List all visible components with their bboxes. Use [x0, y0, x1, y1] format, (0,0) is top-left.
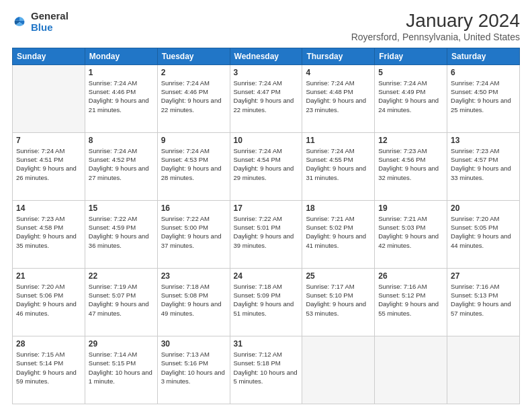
day-detail: Sunrise: 7:14 AM Sunset: 5:15 PM Dayligh…	[89, 350, 154, 385]
day-cell	[302, 336, 375, 404]
day-cell: 27Sunrise: 7:16 AM Sunset: 5:13 PM Dayli…	[447, 268, 520, 336]
day-number: 8	[89, 136, 154, 145]
day-detail: Sunrise: 7:18 AM Sunset: 5:08 PM Dayligh…	[161, 282, 226, 318]
day-detail: Sunrise: 7:23 AM Sunset: 4:57 PM Dayligh…	[451, 146, 516, 182]
day-detail: Sunrise: 7:24 AM Sunset: 4:46 PM Dayligh…	[89, 79, 154, 114]
day-detail: Sunrise: 7:21 AM Sunset: 5:03 PM Dayligh…	[378, 214, 443, 250]
page-title: January 2024	[351, 11, 520, 32]
day-detail: Sunrise: 7:12 AM Sunset: 5:18 PM Dayligh…	[234, 350, 299, 385]
day-number: 23	[161, 271, 226, 281]
day-cell: 18Sunrise: 7:21 AM Sunset: 5:02 PM Dayli…	[302, 200, 375, 268]
day-number: 3	[234, 68, 299, 77]
day-detail: Sunrise: 7:13 AM Sunset: 5:16 PM Dayligh…	[161, 350, 226, 385]
day-cell	[13, 64, 85, 132]
day-number: 9	[161, 136, 226, 145]
day-detail: Sunrise: 7:24 AM Sunset: 4:48 PM Dayligh…	[306, 79, 371, 114]
day-detail: Sunrise: 7:24 AM Sunset: 4:46 PM Dayligh…	[161, 79, 226, 114]
day-cell: 11Sunrise: 7:24 AM Sunset: 4:55 PM Dayli…	[302, 132, 375, 200]
day-number: 20	[451, 203, 516, 213]
day-number: 14	[16, 203, 81, 213]
day-number: 10	[234, 136, 299, 145]
day-detail: Sunrise: 7:24 AM Sunset: 4:50 PM Dayligh…	[451, 79, 516, 114]
day-number: 25	[306, 271, 371, 281]
day-number: 28	[16, 339, 81, 349]
day-cell	[447, 336, 520, 404]
day-detail: Sunrise: 7:24 AM Sunset: 4:53 PM Dayligh…	[161, 146, 226, 182]
day-number: 31	[234, 339, 299, 349]
header-thursday: Thursday	[302, 48, 375, 64]
header-sunday: Sunday	[13, 48, 85, 64]
logo-general: General	[31, 11, 69, 22]
header-row: Sunday Monday Tuesday Wednesday Thursday…	[13, 48, 520, 64]
week-row-4: 21Sunrise: 7:20 AM Sunset: 5:06 PM Dayli…	[13, 268, 520, 336]
day-cell: 13Sunrise: 7:23 AM Sunset: 4:57 PM Dayli…	[447, 132, 520, 200]
day-number: 30	[161, 339, 226, 349]
day-detail: Sunrise: 7:22 AM Sunset: 5:01 PM Dayligh…	[234, 214, 299, 250]
logo-text: General Blue	[31, 11, 69, 33]
day-number: 19	[378, 203, 443, 213]
day-detail: Sunrise: 7:24 AM Sunset: 4:47 PM Dayligh…	[234, 79, 299, 114]
day-cell	[375, 336, 447, 404]
day-detail: Sunrise: 7:16 AM Sunset: 5:13 PM Dayligh…	[451, 282, 516, 318]
day-detail: Sunrise: 7:15 AM Sunset: 5:14 PM Dayligh…	[16, 350, 81, 385]
day-detail: Sunrise: 7:23 AM Sunset: 4:56 PM Dayligh…	[378, 146, 443, 182]
day-cell: 15Sunrise: 7:22 AM Sunset: 4:59 PM Dayli…	[85, 200, 157, 268]
day-number: 4	[306, 68, 371, 77]
day-cell: 29Sunrise: 7:14 AM Sunset: 5:15 PM Dayli…	[85, 336, 157, 404]
day-detail: Sunrise: 7:20 AM Sunset: 5:06 PM Dayligh…	[16, 282, 81, 318]
day-detail: Sunrise: 7:24 AM Sunset: 4:55 PM Dayligh…	[306, 146, 371, 182]
logo-icon	[12, 15, 27, 30]
day-number: 12	[378, 136, 443, 145]
logo: General Blue	[12, 11, 69, 33]
day-detail: Sunrise: 7:23 AM Sunset: 4:58 PM Dayligh…	[16, 214, 81, 250]
day-cell: 26Sunrise: 7:16 AM Sunset: 5:12 PM Dayli…	[375, 268, 447, 336]
day-cell: 21Sunrise: 7:20 AM Sunset: 5:06 PM Dayli…	[13, 268, 85, 336]
title-area: January 2024 Royersford, Pennsylvania, U…	[351, 11, 520, 42]
day-detail: Sunrise: 7:18 AM Sunset: 5:09 PM Dayligh…	[234, 282, 299, 318]
day-number: 13	[451, 136, 516, 145]
day-number: 1	[89, 68, 154, 77]
day-cell: 8Sunrise: 7:24 AM Sunset: 4:52 PM Daylig…	[85, 132, 157, 200]
week-row-1: 1Sunrise: 7:24 AM Sunset: 4:46 PM Daylig…	[13, 64, 520, 132]
day-number: 26	[378, 271, 443, 281]
day-cell: 25Sunrise: 7:17 AM Sunset: 5:10 PM Dayli…	[302, 268, 375, 336]
day-number: 18	[306, 203, 371, 213]
day-detail: Sunrise: 7:16 AM Sunset: 5:12 PM Dayligh…	[378, 282, 443, 318]
day-number: 24	[234, 271, 299, 281]
day-number: 11	[306, 136, 371, 145]
header-tuesday: Tuesday	[157, 48, 230, 64]
week-row-2: 7Sunrise: 7:24 AM Sunset: 4:51 PM Daylig…	[13, 132, 520, 200]
day-number: 21	[16, 271, 81, 281]
header-wednesday: Wednesday	[230, 48, 302, 64]
page-subtitle: Royersford, Pennsylvania, United States	[351, 32, 520, 42]
day-detail: Sunrise: 7:21 AM Sunset: 5:02 PM Dayligh…	[306, 214, 371, 250]
day-number: 2	[161, 68, 226, 77]
day-cell: 12Sunrise: 7:23 AM Sunset: 4:56 PM Dayli…	[375, 132, 447, 200]
day-cell: 30Sunrise: 7:13 AM Sunset: 5:16 PM Dayli…	[157, 336, 230, 404]
day-cell: 4Sunrise: 7:24 AM Sunset: 4:48 PM Daylig…	[302, 64, 375, 132]
calendar: Sunday Monday Tuesday Wednesday Thursday…	[12, 48, 520, 404]
day-detail: Sunrise: 7:22 AM Sunset: 5:00 PM Dayligh…	[161, 214, 226, 250]
day-detail: Sunrise: 7:24 AM Sunset: 4:51 PM Dayligh…	[16, 146, 81, 182]
day-number: 16	[161, 203, 226, 213]
day-cell: 7Sunrise: 7:24 AM Sunset: 4:51 PM Daylig…	[13, 132, 85, 200]
top-area: General Blue January 2024 Royersford, Pe…	[12, 11, 520, 42]
day-cell: 28Sunrise: 7:15 AM Sunset: 5:14 PM Dayli…	[13, 336, 85, 404]
day-number: 17	[234, 203, 299, 213]
day-cell: 31Sunrise: 7:12 AM Sunset: 5:18 PM Dayli…	[230, 336, 302, 404]
day-number: 5	[378, 68, 443, 77]
day-cell: 6Sunrise: 7:24 AM Sunset: 4:50 PM Daylig…	[447, 64, 520, 132]
day-cell: 16Sunrise: 7:22 AM Sunset: 5:00 PM Dayli…	[157, 200, 230, 268]
day-number: 22	[89, 271, 154, 281]
day-cell: 19Sunrise: 7:21 AM Sunset: 5:03 PM Dayli…	[375, 200, 447, 268]
page: General Blue January 2024 Royersford, Pe…	[0, 0, 532, 411]
week-row-3: 14Sunrise: 7:23 AM Sunset: 4:58 PM Dayli…	[13, 200, 520, 268]
day-cell: 5Sunrise: 7:24 AM Sunset: 4:49 PM Daylig…	[375, 64, 447, 132]
day-detail: Sunrise: 7:24 AM Sunset: 4:54 PM Dayligh…	[234, 146, 299, 182]
header-friday: Friday	[375, 48, 447, 64]
day-detail: Sunrise: 7:24 AM Sunset: 4:49 PM Dayligh…	[378, 79, 443, 114]
day-cell: 9Sunrise: 7:24 AM Sunset: 4:53 PM Daylig…	[157, 132, 230, 200]
day-cell: 3Sunrise: 7:24 AM Sunset: 4:47 PM Daylig…	[230, 64, 302, 132]
day-detail: Sunrise: 7:19 AM Sunset: 5:07 PM Dayligh…	[89, 282, 154, 318]
day-cell: 22Sunrise: 7:19 AM Sunset: 5:07 PM Dayli…	[85, 268, 157, 336]
